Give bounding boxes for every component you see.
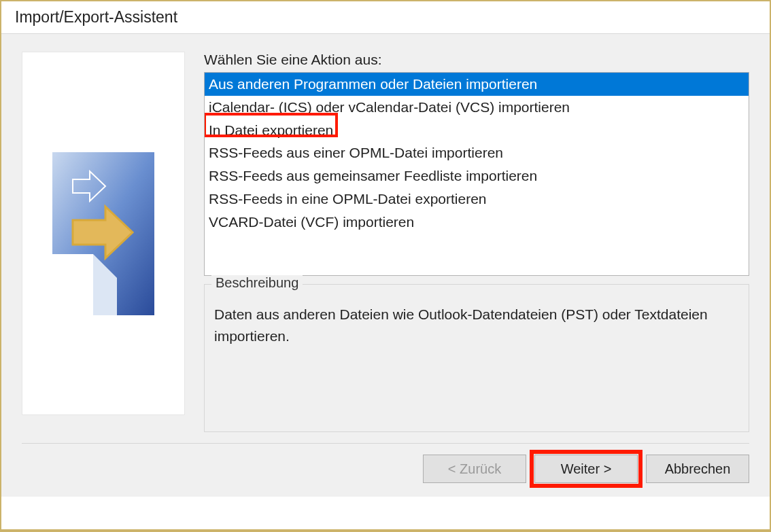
svg-marker-1	[52, 254, 93, 315]
action-option[interactable]: RSS-Feeds in eine OPML-Datei exportieren	[205, 188, 749, 211]
action-option[interactable]: iCalendar- (ICS) oder vCalendar-Datei (V…	[205, 96, 749, 119]
separator	[22, 443, 749, 444]
window-title: Import/Export-Assistent	[1, 1, 770, 33]
next-button[interactable]: Weiter >	[534, 455, 638, 483]
description-group: Beschreibung Daten aus anderen Dateien w…	[204, 284, 749, 432]
action-prompt: Wählen Sie eine Aktion aus:	[204, 52, 749, 68]
action-option[interactable]: RSS-Feeds aus gemeinsamer Feedliste impo…	[205, 164, 749, 188]
description-text: Daten aus anderen Dateien wie Outlook-Da…	[214, 304, 739, 347]
action-option[interactable]: Aus anderen Programmen oder Dateien impo…	[205, 73, 749, 96]
button-row: < Zurück Weiter > Abbrechen	[423, 455, 749, 483]
description-legend: Beschreibung	[211, 275, 303, 291]
next-button-wrap: Weiter >	[534, 455, 638, 483]
wizard-window: Import/Export-Assistent	[0, 0, 771, 532]
right-column: Wählen Sie eine Aktion aus: Aus anderen …	[204, 52, 749, 432]
wizard-body: Wählen Sie eine Aktion aus: Aus anderen …	[1, 33, 770, 497]
back-button: < Zurück	[423, 455, 526, 483]
cancel-button[interactable]: Abbrechen	[646, 455, 749, 483]
action-option[interactable]: RSS-Feeds aus einer OPML-Datei importier…	[205, 141, 749, 164]
wizard-image-panel	[22, 52, 185, 415]
cancel-button-wrap: Abbrechen	[646, 455, 749, 483]
action-option[interactable]: In Datei exportieren	[205, 119, 749, 142]
content-row: Wählen Sie eine Aktion aus: Aus anderen …	[22, 52, 749, 432]
import-export-arrows-icon	[52, 152, 154, 315]
action-listbox[interactable]: Aus anderen Programmen oder Dateien impo…	[204, 72, 749, 276]
action-option[interactable]: VCARD-Datei (VCF) importieren	[205, 211, 749, 234]
back-button-wrap: < Zurück	[423, 455, 526, 483]
